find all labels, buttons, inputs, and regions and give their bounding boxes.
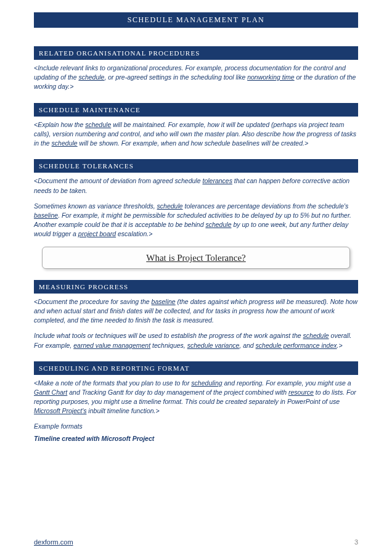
timeline-label: Timeline created with Microsoft Project [34, 435, 358, 442]
callout-text: What is Project Tolerance? [146, 253, 246, 263]
text: inbuilt timeline function.> [86, 407, 159, 414]
related-body: <Include relevant links to organizationa… [34, 64, 358, 92]
text: <Make a note of the formats that you pla… [34, 379, 191, 387]
link-nonworking-time[interactable]: nonworking time [247, 73, 294, 81]
link-baseline[interactable]: baseline [152, 298, 176, 305]
link-schedule[interactable]: schedule [157, 202, 183, 210]
link-schedule[interactable]: schedule [52, 139, 78, 147]
text: <Document the amount of deviation from a… [34, 177, 202, 184]
text: Sometimes known as variance thresholds, [34, 202, 157, 210]
section-header-tolerances: SCHEDULE TOLERANCES [34, 159, 358, 173]
text: tolerances are percentage deviations fro… [183, 202, 349, 210]
document-title-banner: SCHEDULE MANAGEMENT PLAN [34, 12, 358, 28]
text: .> [337, 342, 343, 349]
page-number: 3 [354, 538, 358, 546]
text: and Tracking Gantt for day to day manage… [67, 388, 288, 396]
tolerances-body-1: <Document the amount of deviation from a… [34, 176, 358, 195]
text: <Explain how the [34, 121, 85, 128]
link-project-board[interactable]: project board [78, 230, 116, 237]
link-schedule[interactable]: schedule [78, 73, 104, 81]
text: will be shown. For example, when and how… [78, 139, 308, 147]
link-schedule[interactable]: schedule [303, 332, 329, 339]
link-spi[interactable]: schedule performance index [256, 342, 337, 349]
text: <Document the procedure for saving the [34, 298, 152, 305]
link-scheduling[interactable]: scheduling [191, 379, 222, 387]
section-header-format: SCHEDULING AND REPORTING FORMAT [34, 361, 358, 375]
maintenance-body: <Explain how the schedule will be mainta… [34, 120, 358, 149]
link-evm[interactable]: earned value management [73, 342, 150, 349]
link-gantt[interactable]: Gantt Chart [34, 388, 67, 396]
link-baseline[interactable]: baseline [34, 212, 58, 219]
text: Include what tools or techniques will be… [34, 332, 303, 339]
link-schedule-variance[interactable]: schedule variance [187, 342, 240, 349]
text: , or pre-agreed settings in the scheduli… [104, 73, 247, 81]
page-footer: dexform.com 3 [34, 538, 358, 546]
link-msproject[interactable]: Microsoft Project's [34, 407, 86, 414]
tolerances-body-2: Sometimes known as variance thresholds, … [34, 202, 358, 239]
measuring-body-1: <Document the procedure for saving the b… [34, 297, 358, 326]
section-header-measuring: MEASURING PROGRESS [34, 280, 358, 294]
section-header-related: RELATED ORGANISATIONAL PROCEDURES [34, 46, 358, 60]
measuring-body-2: Include what tools or techniques will be… [34, 331, 358, 350]
link-schedule[interactable]: schedule [205, 221, 231, 228]
callout-project-tolerance[interactable]: What is Project Tolerance? [42, 247, 350, 269]
link-schedule[interactable]: schedule [85, 121, 111, 128]
text: , and [239, 342, 255, 349]
footer-link[interactable]: dexform.com [34, 538, 73, 546]
example-formats-label: Example formats [34, 422, 358, 430]
section-header-maintenance: SCHEDULE MAINTENANCE [34, 103, 358, 117]
link-tolerances[interactable]: tolerances [202, 177, 232, 184]
text: techniques, [150, 342, 187, 349]
text: escalation.> [116, 230, 152, 237]
format-body: <Make a note of the formats that you pla… [34, 379, 358, 416]
text: and reporting. For example, you might us… [223, 379, 351, 387]
link-resource[interactable]: resource [288, 388, 314, 396]
